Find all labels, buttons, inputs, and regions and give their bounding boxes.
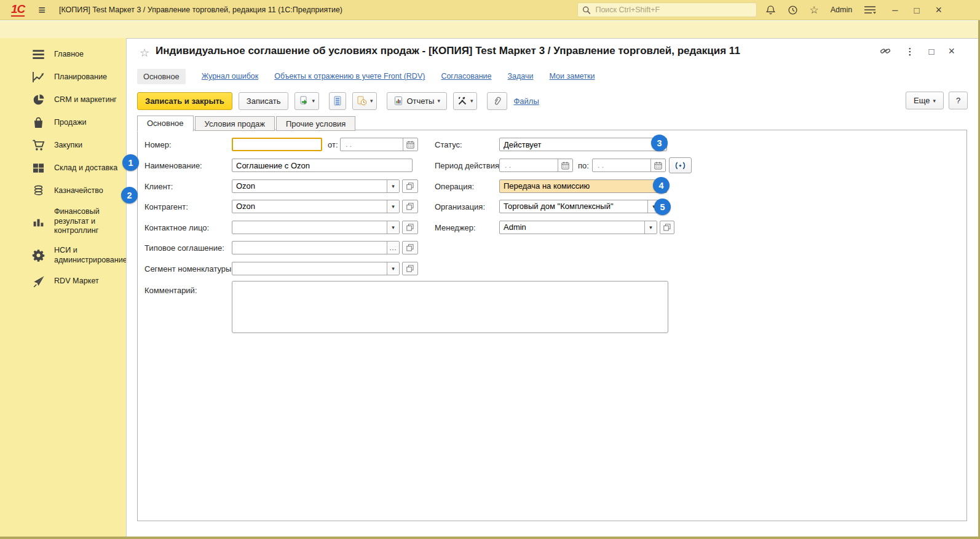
contact-person-value [232,221,387,234]
organization-field[interactable]: Торговый дом "Комплексный" ▾ [499,200,660,213]
form-tabs: Основное Условия продаж Прочие условия [137,115,357,131]
sidebar-item-nsi-admin[interactable]: НСИ и администрирование [0,241,126,270]
more-actions-kebab-icon[interactable]: ⋮ [905,47,914,56]
sidebar-item-planning[interactable]: Планирование [0,66,126,89]
favorite-toggle-star-icon[interactable]: ☆ [140,46,149,60]
period-from-field[interactable]: . . [499,159,573,172]
sidebar-item-label: RDV Маркет [54,277,99,286]
save-button[interactable]: Записать [239,92,289,110]
select-period-button[interactable] [669,157,692,173]
contact-person-open-button[interactable] [402,221,418,234]
sidebar-item-sales[interactable]: Продажи [0,111,126,134]
maximize-button[interactable]: □ [914,6,919,15]
scheduled-documents-button[interactable]: ▾ [352,92,377,110]
window-maximize-icon[interactable]: □ [928,47,934,56]
period-to-field[interactable]: . . [592,159,666,172]
date-placeholder: . . [500,159,558,171]
dropdown-arrow-icon[interactable]: ▾ [387,221,399,234]
counterparty-open-button[interactable] [402,200,418,213]
global-search-box[interactable] [577,2,757,17]
current-user-label[interactable]: Admin [831,6,852,14]
comment-textarea[interactable] [232,281,668,333]
dropdown-arrow-icon: ▾ [470,98,473,104]
operation-field[interactable]: Передача на комиссию [499,179,667,193]
close-button[interactable]: × [935,4,942,15]
nomenclature-segment-field[interactable]: ▾ [232,262,400,275]
number-input[interactable] [232,138,322,151]
date-placeholder: . . [341,138,403,151]
dropdown-arrow-icon[interactable]: ▾ [387,262,399,275]
files-link[interactable]: Файлы [513,96,539,106]
nav-link-tasks[interactable]: Задачи [508,72,534,81]
sidebar-item-crm[interactable]: CRM и маркетинг [0,89,126,111]
client-open-button[interactable] [402,179,418,193]
name-input[interactable] [232,159,413,172]
more-label: Еще [914,96,930,105]
sections-sidebar: Главное Планирование CRM и маркетинг Про… [0,38,126,537]
standard-agreement-open-button[interactable] [402,241,418,254]
sidebar-item-main[interactable]: Главное [0,43,126,66]
window-close-icon[interactable]: × [948,45,955,57]
dropdown-arrow-icon: ▾ [933,98,936,104]
tab-other-conditions[interactable]: Прочие условия [276,116,355,131]
more-button[interactable]: Еще ▾ [906,92,944,109]
manager-open-button[interactable] [660,221,674,234]
search-input[interactable] [594,5,751,15]
nav-current-main[interactable]: Основное [137,69,186,84]
sidebar-item-label: Склад и доставка [54,163,117,173]
document-register-button[interactable] [329,92,346,110]
standard-agreement-field[interactable]: ... [232,241,400,254]
organization-value: Торговый дом "Комплексный" [500,200,647,213]
document-date-field[interactable]: . . [340,138,418,151]
choose-ellipsis-button[interactable]: ... [387,242,399,254]
nav-link-my-notes[interactable]: Мои заметки [550,72,595,81]
favorites-star-icon[interactable]: ☆ [810,5,819,15]
tab-sales-conditions[interactable]: Условия продаж [195,116,275,131]
calendar-icon[interactable] [403,138,417,151]
nav-link-error-log[interactable]: Журнал ошибок [202,72,259,81]
client-field[interactable]: Ozon ▾ [232,179,400,193]
tab-main[interactable]: Основное [137,116,194,132]
create-based-on-button[interactable]: ▾ [294,92,319,110]
sidebar-item-label: Казначейство [54,186,103,196]
minimize-button[interactable]: ─ [892,6,898,14]
planning-icon [32,71,45,84]
dropdown-arrow-icon[interactable]: ▾ [644,221,657,234]
nav-link-front-objects[interactable]: Объекты к отражению в учете Front (RDV) [274,72,425,81]
history-icon[interactable] [788,5,798,15]
manager-label: Менеджер: [435,223,476,232]
sidebar-item-treasury[interactable]: Казначейство [0,179,126,202]
sidebar-item-rdv-market[interactable]: RDV Маркет [0,270,126,293]
calendar-icon[interactable] [650,159,665,171]
save-and-close-button[interactable]: Записать и закрыть [137,92,232,110]
open-in-window-icon [406,265,414,272]
reports-button[interactable]: Отчеты ▾ [387,92,446,110]
dropdown-arrow-icon: ▾ [437,98,440,104]
period-brackets-icon [675,162,686,170]
comment-label: Комментарий: [144,286,197,295]
dropdown-arrow-icon[interactable]: ▾ [387,200,399,213]
tools-button[interactable]: ▾ [453,92,478,110]
status-input[interactable] [499,138,667,151]
sidebar-item-label: Главное [54,50,84,60]
manager-field[interactable]: Admin ▾ [499,221,657,234]
dropdown-arrow-icon[interactable]: ▾ [387,180,399,192]
sidebar-item-finance[interactable]: Финансовый результат и контроллинг [0,202,126,241]
form-toolbar: Записать и закрыть Записать ▾ ▾ Отчеты ▾ [137,92,968,110]
sidebar-item-purchases[interactable]: Закупки [0,134,126,157]
window-strip [0,21,980,38]
copy-link-icon[interactable] [880,45,891,57]
calendar-icon[interactable] [558,159,572,171]
user-menu-icon[interactable] [864,6,876,14]
main-menu-icon[interactable]: ≡ [38,4,45,16]
nav-link-approval[interactable]: Согласование [441,72,491,81]
attachments-button[interactable] [487,92,507,110]
nomenclature-segment-open-button[interactable] [402,262,418,275]
contact-person-field[interactable]: ▾ [232,221,400,234]
counterparty-field[interactable]: Ozon ▾ [232,200,400,213]
dropdown-arrow-icon: ▾ [312,98,315,104]
sidebar-item-warehouse[interactable]: Склад и доставка [0,157,126,179]
counterparty-label: Контрагент: [144,202,188,211]
notifications-bell-icon[interactable] [765,5,776,15]
help-button[interactable]: ? [949,92,968,109]
